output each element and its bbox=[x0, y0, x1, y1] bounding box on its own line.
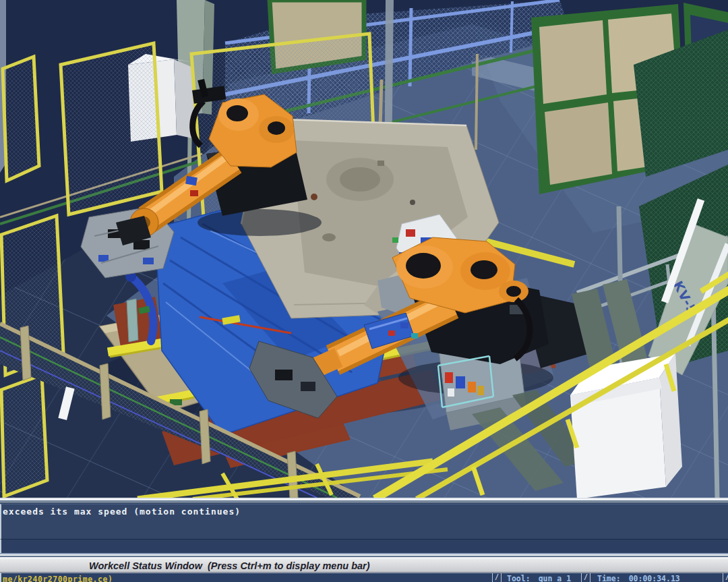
status-message: exceeds its max speed (motion continues) bbox=[3, 506, 241, 517]
workcell-status-window-titlebar[interactable]: Workcell Status Window (Press Ctrl+m to … bbox=[0, 558, 728, 573]
status-bar-divider[interactable]: / bbox=[581, 573, 590, 582]
tool-label: Tool: bbox=[507, 574, 530, 582]
status-bar-path: me/kr240r2700prime.ce) bbox=[3, 575, 113, 582]
time-value: 00:00:34.13 bbox=[629, 574, 680, 582]
status-bar-time-cell: Time: 00:00:34.13 bbox=[597, 574, 680, 582]
status-window-splitter[interactable] bbox=[0, 553, 728, 558]
status-bar: me/kr240r2700prime.ce) / Tool: gun_a_1 /… bbox=[0, 573, 728, 582]
status-message-area: exceeds its max speed (motion continues) bbox=[0, 504, 728, 539]
window-splitter[interactable] bbox=[0, 498, 728, 504]
status-bar-tool-cell: Tool: gun_a_1 bbox=[507, 574, 571, 582]
workcell-status-window-title: Workcell Status Window (Press Ctrl+m to … bbox=[89, 560, 370, 571]
status-bar-divider[interactable]: / bbox=[723, 573, 728, 582]
tool-value: gun_a_1 bbox=[539, 574, 571, 582]
status-bar-divider[interactable]: / bbox=[492, 573, 502, 582]
3d-viewport[interactable]: KV-5 bbox=[0, 0, 728, 498]
time-label: Time: bbox=[597, 574, 621, 582]
application-window: KV-5 bbox=[0, 0, 728, 582]
status-message-area-lower bbox=[0, 539, 728, 553]
